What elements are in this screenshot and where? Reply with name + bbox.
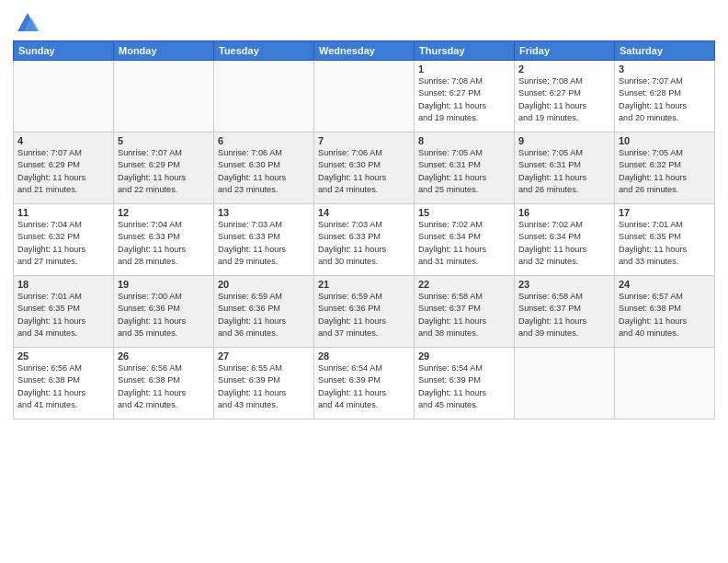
calendar-empty-cell — [214, 61, 314, 132]
day-info: Sunrise: 7:07 AMSunset: 6:28 PMDaylight:… — [619, 75, 711, 124]
day-info: Sunrise: 7:08 AMSunset: 6:27 PMDaylight:… — [418, 75, 510, 124]
day-number: 13 — [218, 207, 310, 218]
calendar-empty-cell — [615, 348, 715, 419]
weekday-header-row: SundayMondayTuesdayWednesdayThursdayFrid… — [14, 41, 715, 61]
calendar-day-cell: 25Sunrise: 6:56 AMSunset: 6:38 PMDayligh… — [14, 348, 114, 419]
calendar-day-cell: 18Sunrise: 7:01 AMSunset: 6:35 PMDayligh… — [14, 276, 114, 348]
day-info: Sunrise: 7:04 AMSunset: 6:33 PMDaylight:… — [118, 219, 210, 268]
day-info: Sunrise: 6:57 AMSunset: 6:38 PMDaylight:… — [619, 291, 711, 339]
calendar-header: SundayMondayTuesdayWednesdayThursdayFrid… — [14, 41, 715, 61]
day-info: Sunrise: 6:58 AMSunset: 6:37 PMDaylight:… — [418, 291, 510, 339]
calendar-day-cell: 3Sunrise: 7:07 AMSunset: 6:28 PMDaylight… — [615, 61, 715, 132]
weekday-header-friday: Friday — [515, 41, 615, 61]
calendar-day-cell: 8Sunrise: 7:05 AMSunset: 6:31 PMDaylight… — [415, 132, 515, 204]
day-number: 20 — [218, 279, 310, 290]
calendar-day-cell: 9Sunrise: 7:05 AMSunset: 6:31 PMDaylight… — [515, 132, 615, 204]
day-info: Sunrise: 6:55 AMSunset: 6:39 PMDaylight:… — [218, 362, 310, 411]
day-info: Sunrise: 7:08 AMSunset: 6:27 PMDaylight:… — [518, 75, 610, 124]
calendar-day-cell: 27Sunrise: 6:55 AMSunset: 6:39 PMDayligh… — [214, 348, 314, 419]
calendar-week-row: 25Sunrise: 6:56 AMSunset: 6:38 PMDayligh… — [14, 348, 715, 419]
day-info: Sunrise: 7:02 AMSunset: 6:34 PMDaylight:… — [418, 219, 510, 268]
day-info: Sunrise: 7:07 AMSunset: 6:29 PMDaylight:… — [118, 147, 210, 196]
calendar-day-cell: 10Sunrise: 7:05 AMSunset: 6:32 PMDayligh… — [615, 132, 715, 204]
day-number: 24 — [619, 279, 711, 290]
day-number: 27 — [218, 350, 310, 362]
day-number: 15 — [418, 207, 510, 218]
calendar-week-row: 1Sunrise: 7:08 AMSunset: 6:27 PMDaylight… — [14, 61, 715, 132]
calendar-day-cell: 6Sunrise: 7:06 AMSunset: 6:30 PMDaylight… — [214, 132, 314, 204]
calendar-body: 1Sunrise: 7:08 AMSunset: 6:27 PMDaylight… — [14, 61, 715, 419]
calendar-day-cell: 1Sunrise: 7:08 AMSunset: 6:27 PMDaylight… — [415, 61, 515, 132]
calendar-day-cell: 17Sunrise: 7:01 AMSunset: 6:35 PMDayligh… — [615, 204, 715, 276]
day-number: 16 — [518, 207, 610, 218]
day-info: Sunrise: 6:54 AMSunset: 6:39 PMDaylight:… — [318, 362, 410, 411]
weekday-header-monday: Monday — [114, 41, 214, 61]
calendar-day-cell: 2Sunrise: 7:08 AMSunset: 6:27 PMDaylight… — [515, 61, 615, 132]
day-info: Sunrise: 7:06 AMSunset: 6:30 PMDaylight:… — [318, 147, 410, 196]
day-info: Sunrise: 7:03 AMSunset: 6:33 PMDaylight:… — [218, 219, 310, 268]
weekday-header-sunday: Sunday — [14, 41, 114, 61]
day-info: Sunrise: 7:05 AMSunset: 6:31 PMDaylight:… — [418, 147, 510, 196]
calendar-week-row: 4Sunrise: 7:07 AMSunset: 6:29 PMDaylight… — [14, 132, 715, 204]
day-info: Sunrise: 6:56 AMSunset: 6:38 PMDaylight:… — [17, 362, 109, 411]
day-number: 28 — [318, 350, 410, 362]
calendar-day-cell: 4Sunrise: 7:07 AMSunset: 6:29 PMDaylight… — [14, 132, 114, 204]
calendar-week-row: 11Sunrise: 7:04 AMSunset: 6:32 PMDayligh… — [14, 204, 715, 276]
weekday-header-saturday: Saturday — [615, 41, 715, 61]
calendar-day-cell: 15Sunrise: 7:02 AMSunset: 6:34 PMDayligh… — [415, 204, 515, 276]
day-number: 9 — [518, 135, 610, 146]
day-info: Sunrise: 7:00 AMSunset: 6:36 PMDaylight:… — [118, 291, 210, 339]
calendar-table: SundayMondayTuesdayWednesdayThursdayFrid… — [13, 40, 715, 419]
calendar-day-cell: 13Sunrise: 7:03 AMSunset: 6:33 PMDayligh… — [214, 204, 314, 276]
day-info: Sunrise: 6:56 AMSunset: 6:38 PMDaylight:… — [118, 362, 210, 411]
day-number: 6 — [218, 135, 310, 146]
calendar-day-cell: 22Sunrise: 6:58 AMSunset: 6:37 PMDayligh… — [415, 276, 515, 348]
day-number: 5 — [118, 135, 210, 146]
day-info: Sunrise: 7:07 AMSunset: 6:29 PMDaylight:… — [17, 147, 109, 196]
day-info: Sunrise: 7:06 AMSunset: 6:30 PMDaylight:… — [218, 147, 310, 196]
day-info: Sunrise: 7:04 AMSunset: 6:32 PMDaylight:… — [17, 219, 109, 268]
calendar-day-cell: 26Sunrise: 6:56 AMSunset: 6:38 PMDayligh… — [114, 348, 214, 419]
day-info: Sunrise: 7:01 AMSunset: 6:35 PMDaylight:… — [17, 291, 109, 339]
page: SundayMondayTuesdayWednesdayThursdayFrid… — [0, 0, 728, 563]
day-number: 19 — [118, 279, 210, 290]
day-info: Sunrise: 7:05 AMSunset: 6:32 PMDaylight:… — [619, 147, 711, 196]
calendar-day-cell: 19Sunrise: 7:00 AMSunset: 6:36 PMDayligh… — [114, 276, 214, 348]
day-number: 26 — [118, 350, 210, 362]
calendar-day-cell: 20Sunrise: 6:59 AMSunset: 6:36 PMDayligh… — [214, 276, 314, 348]
calendar-day-cell: 28Sunrise: 6:54 AMSunset: 6:39 PMDayligh… — [314, 348, 415, 419]
day-info: Sunrise: 7:03 AMSunset: 6:33 PMDaylight:… — [318, 219, 410, 268]
calendar-day-cell: 24Sunrise: 6:57 AMSunset: 6:38 PMDayligh… — [615, 276, 715, 348]
day-number: 7 — [318, 135, 410, 146]
calendar-day-cell: 29Sunrise: 6:54 AMSunset: 6:39 PMDayligh… — [415, 348, 515, 419]
day-number: 4 — [17, 135, 109, 146]
day-number: 29 — [418, 350, 510, 362]
day-number: 1 — [418, 63, 510, 75]
calendar-day-cell: 5Sunrise: 7:07 AMSunset: 6:29 PMDaylight… — [114, 132, 214, 204]
day-number: 22 — [418, 279, 510, 290]
logo — [13, 9, 46, 35]
calendar-week-row: 18Sunrise: 7:01 AMSunset: 6:35 PMDayligh… — [14, 276, 715, 348]
weekday-header-wednesday: Wednesday — [314, 41, 415, 61]
calendar-day-cell: 14Sunrise: 7:03 AMSunset: 6:33 PMDayligh… — [314, 204, 415, 276]
day-number: 17 — [619, 207, 711, 218]
day-number: 2 — [518, 63, 610, 75]
day-number: 12 — [118, 207, 210, 218]
calendar-empty-cell — [314, 61, 415, 132]
weekday-header-thursday: Thursday — [415, 41, 515, 61]
logo-icon — [13, 9, 42, 35]
day-number: 25 — [17, 350, 109, 362]
day-number: 21 — [318, 279, 410, 290]
calendar-day-cell: 7Sunrise: 7:06 AMSunset: 6:30 PMDaylight… — [314, 132, 415, 204]
day-number: 23 — [518, 279, 610, 290]
calendar-day-cell: 16Sunrise: 7:02 AMSunset: 6:34 PMDayligh… — [515, 204, 615, 276]
day-info: Sunrise: 7:01 AMSunset: 6:35 PMDaylight:… — [619, 219, 711, 268]
calendar-empty-cell — [515, 348, 615, 419]
calendar-day-cell: 21Sunrise: 6:59 AMSunset: 6:36 PMDayligh… — [314, 276, 415, 348]
calendar-day-cell: 12Sunrise: 7:04 AMSunset: 6:33 PMDayligh… — [114, 204, 214, 276]
day-number: 8 — [418, 135, 510, 146]
day-info: Sunrise: 6:59 AMSunset: 6:36 PMDaylight:… — [318, 291, 410, 339]
day-number: 10 — [619, 135, 711, 146]
day-info: Sunrise: 7:02 AMSunset: 6:34 PMDaylight:… — [518, 219, 610, 268]
weekday-header-tuesday: Tuesday — [214, 41, 314, 61]
